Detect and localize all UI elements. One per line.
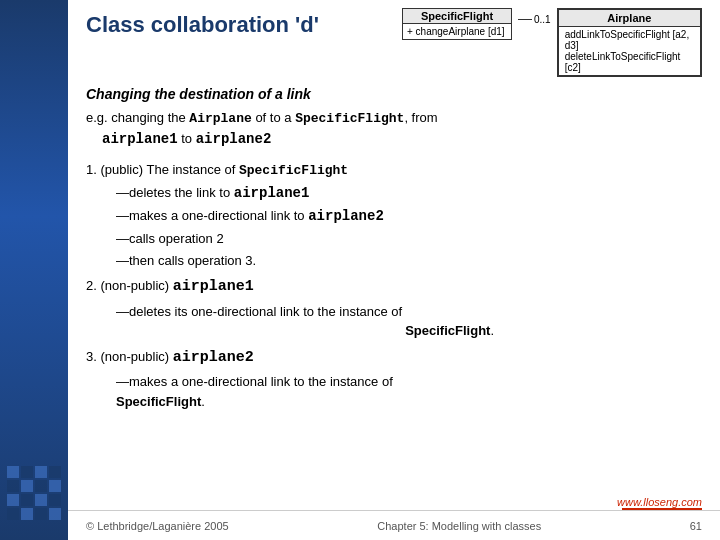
footer-copyright: © Lethbridge/Laganière 2005: [86, 520, 229, 532]
specific-flight-code: SpecificFlight: [295, 111, 404, 126]
left-border: [0, 0, 68, 540]
uml-airplane-box: Airplane addLinkToSpecificFlight [a2, d3…: [557, 8, 702, 77]
content-wrapper: Changing the destination of a link e.g. …: [86, 86, 702, 411]
main-content: Class collaboration 'd' SpecificFlight +…: [68, 0, 720, 540]
page-container: Class collaboration 'd' SpecificFlight +…: [0, 0, 720, 540]
sub-item-1-2: —makes a one-directional link to airplan…: [116, 206, 702, 227]
numbered-item-1: 1. (public) The instance of SpecificFlig…: [86, 160, 702, 271]
uml-airplane-methods: addLinkToSpecificFlight [a2, d3] deleteL…: [559, 27, 700, 75]
eg-text: e.g. changing the: [86, 110, 189, 125]
uml-specific-flight-methods: + changeAirplane [d1]: [403, 24, 511, 39]
eg-text2: of to a: [252, 110, 295, 125]
uml-airplane-title: Airplane: [559, 10, 700, 27]
item-2-label: 2. (non-public): [86, 278, 173, 293]
item-3-label: 3. (non-public): [86, 349, 173, 364]
decorative-squares: [7, 466, 61, 520]
numbered-item-2: 2. (non-public) airplane1 —deletes its o…: [86, 276, 702, 341]
item-1-sub-items: —deletes the link to airplane1 —makes a …: [116, 183, 702, 270]
item-2-sub-items: —deletes its one-directional link to the…: [116, 302, 702, 341]
sub-item-1-4: —then calls operation 3.: [116, 251, 702, 271]
sub-item-2-1: —deletes its one-directional link to the…: [116, 302, 702, 341]
section-italic-title: Changing the destination of a link: [86, 86, 702, 102]
sub-item-1-3: —calls operation 2: [116, 229, 702, 249]
item-1-number: 1. (public) The instance of: [86, 162, 239, 177]
uml-diagram-area: SpecificFlight + changeAirplane [d1] 0..…: [402, 8, 702, 77]
uml-connector: 0..1: [518, 14, 551, 25]
eg-text3: , from: [404, 110, 437, 125]
item-3-sub-items: —makes a one-directional link to the ins…: [116, 372, 702, 411]
sub-item-3-1: —makes a one-directional link to the ins…: [116, 372, 702, 411]
footer-logo: www.lloseng.com: [617, 496, 702, 508]
airplane2-title: airplane2: [173, 349, 254, 366]
sub-item-1-1: —deletes the link to airplane1: [116, 183, 702, 204]
footer-page-number: 61: [690, 520, 702, 532]
footer-chapter: Chapter 5: Modelling with classes: [377, 520, 541, 532]
specific-flight-ref-1: SpecificFlight: [239, 163, 348, 178]
airplane1-title: airplane1: [173, 278, 254, 295]
example-line: e.g. changing the Airplane of to a Speci…: [86, 108, 702, 150]
airplane-code: Airplane: [189, 111, 251, 126]
uml-specific-flight-box: SpecificFlight + changeAirplane [d1]: [402, 8, 512, 40]
footer: © Lethbridge/Laganière 2005 Chapter 5: M…: [68, 510, 720, 540]
numbered-item-3: 3. (non-public) airplane2 —makes a one-d…: [86, 347, 702, 412]
uml-specific-flight-title: SpecificFlight: [403, 9, 511, 24]
